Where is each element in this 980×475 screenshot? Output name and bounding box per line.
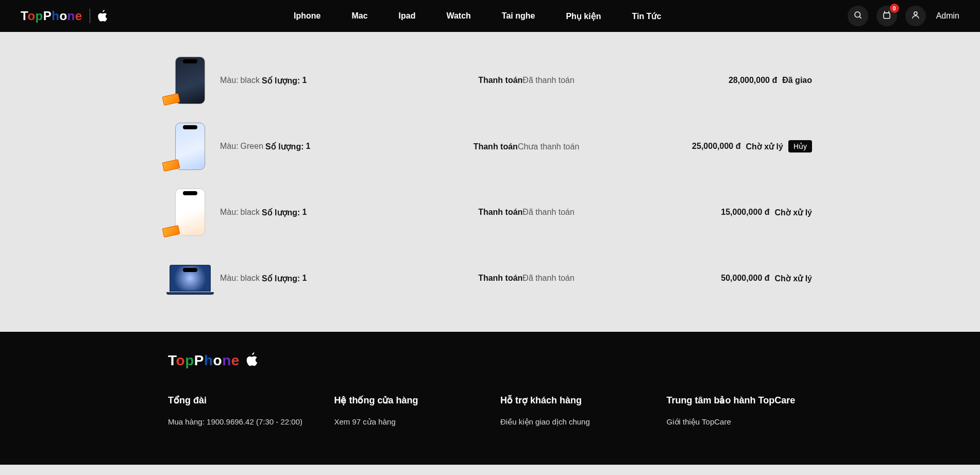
- order-payment: Thanh toánĐã thanh toán: [383, 76, 670, 85]
- order-thumb[interactable]: [168, 186, 212, 238]
- search-button[interactable]: [848, 6, 868, 26]
- footer-columns: Tổng đàiMua hàng: 1900.9696.42 (7:30 - 2…: [168, 395, 812, 434]
- footer-col: Trung tâm bảo hành TopCareGiới thiệu Top…: [667, 395, 813, 434]
- nav-item-tintuc[interactable]: Tin Tức: [632, 11, 661, 21]
- order-right: 25,000,000 đ Chờ xử lýHủy: [678, 140, 812, 152]
- order-price: 15,000,000 đ: [721, 208, 769, 217]
- qty-label: Số lượng:: [265, 142, 303, 151]
- footer-link[interactable]: Điều kiện giao dịch chung: [500, 417, 646, 427]
- payment-label: Thanh toán: [478, 76, 522, 84]
- cancel-button[interactable]: Hủy: [788, 140, 812, 152]
- footer-col-title: Hỗ trợ khách hàng: [500, 395, 646, 406]
- color-value: black: [241, 76, 260, 85]
- refund-tag-icon: [162, 93, 180, 106]
- nav-item-mac[interactable]: Mac: [351, 11, 367, 21]
- order-status: Chờ xử lý: [746, 142, 783, 151]
- payment-label: Thanh toán: [474, 142, 518, 151]
- order-payment: Thanh toánĐã thanh toán: [383, 208, 670, 217]
- account-button[interactable]: [905, 6, 926, 26]
- qty-label: Số lượng:: [262, 274, 300, 283]
- payment-label: Thanh toán: [478, 208, 522, 216]
- footer-col-title: Hệ thống cửa hàng: [334, 395, 480, 406]
- payment-status: Đã thanh toán: [522, 76, 575, 84]
- order-list: Màu: black Số lượng: 1Thanh toánĐã thanh…: [168, 32, 812, 332]
- order-price: 28,000,000 đ: [729, 76, 777, 85]
- order-info: Màu: black Số lượng: 1: [220, 274, 375, 283]
- apple-icon: [246, 352, 258, 369]
- user-icon: [911, 10, 920, 22]
- footer-col-title: Tổng đài: [168, 395, 314, 406]
- refund-tag-icon: [162, 225, 180, 237]
- payment-status: Đã thanh toán: [522, 208, 575, 216]
- qty-value: 1: [302, 208, 307, 217]
- order-row: Màu: Green Số lượng: 1Thanh toánChưa tha…: [168, 113, 812, 179]
- color-label: Màu:: [220, 274, 239, 283]
- user-label[interactable]: Admin: [936, 11, 959, 21]
- order-right: 28,000,000 đ Đã giao: [678, 76, 812, 85]
- footer-link[interactable]: Xem 97 cửa hàng: [334, 417, 480, 427]
- order-right: 50,000,000 đ Chờ xử lý: [678, 274, 812, 283]
- footer-col: Hỗ trợ khách hàngĐiều kiện giao dịch chu…: [500, 395, 646, 434]
- color-label: Màu:: [220, 76, 239, 85]
- brand-logo[interactable]: TopPhone: [21, 9, 108, 23]
- footer: TopPhone Tổng đàiMua hàng: 1900.9696.42 …: [0, 332, 980, 465]
- order-price: 50,000,000 đ: [721, 274, 769, 283]
- footer-logo[interactable]: TopPhone: [168, 352, 812, 369]
- nav-item-iphone[interactable]: Iphone: [294, 11, 320, 21]
- qty-value: 1: [306, 142, 310, 151]
- svg-rect-2: [884, 13, 890, 19]
- logo-separator: [90, 9, 90, 23]
- payment-status: Chưa thanh toán: [518, 142, 579, 151]
- order-status: Chờ xử lý: [775, 274, 812, 283]
- header: TopPhone Iphone Mac Ipad Watch Tai nghe …: [0, 0, 980, 32]
- order-info: Màu: black Số lượng: 1: [220, 208, 375, 217]
- order-payment: Thanh toánChưa thanh toán: [383, 142, 670, 151]
- order-right: 15,000,000 đ Chờ xử lý: [678, 208, 812, 217]
- order-info: Màu: black Số lượng: 1: [220, 76, 375, 86]
- payment-status: Đã thanh toán: [522, 274, 575, 282]
- nav-item-watch[interactable]: Watch: [446, 11, 470, 21]
- footer-link[interactable]: Giới thiệu TopCare: [667, 417, 813, 427]
- order-thumb[interactable]: [168, 55, 212, 106]
- footer-col-title: Trung tâm bảo hành TopCare: [667, 395, 813, 406]
- footer-col: Hệ thống cửa hàngXem 97 cửa hàng: [334, 395, 480, 434]
- svg-point-3: [914, 12, 917, 15]
- color-label: Màu:: [220, 142, 239, 151]
- cart-button[interactable]: 0: [876, 6, 897, 26]
- color-value: Green: [241, 142, 263, 151]
- footer-brand-text: TopPhone: [168, 352, 240, 369]
- qty-label: Số lượng:: [262, 76, 300, 86]
- svg-point-0: [855, 12, 860, 18]
- order-row: Màu: black Số lượng: 1Thanh toánĐã thanh…: [168, 179, 812, 245]
- order-price: 25,000,000 đ: [692, 142, 740, 151]
- search-icon: [853, 10, 863, 22]
- svg-line-1: [859, 16, 861, 18]
- payment-label: Thanh toán: [478, 274, 522, 282]
- nav-item-ipad[interactable]: Ipad: [399, 11, 416, 21]
- nav-item-phukien[interactable]: Phụ kiện: [566, 11, 601, 21]
- order-payment: Thanh toánĐã thanh toán: [383, 274, 670, 283]
- color-value: black: [241, 208, 260, 217]
- footer-col: Tổng đàiMua hàng: 1900.9696.42 (7:30 - 2…: [168, 395, 314, 434]
- order-thumb[interactable]: [168, 252, 212, 304]
- order-status: Chờ xử lý: [775, 208, 812, 217]
- order-thumb[interactable]: [168, 121, 212, 172]
- order-info: Màu: Green Số lượng: 1: [220, 142, 375, 151]
- bag-icon: [882, 10, 891, 22]
- main-nav: Iphone Mac Ipad Watch Tai nghe Phụ kiện …: [108, 11, 848, 21]
- order-status: Đã giao: [782, 76, 812, 85]
- footer-link[interactable]: Mua hàng: 1900.9696.42 (7:30 - 22:00): [168, 417, 314, 426]
- header-actions: 0 Admin: [848, 6, 959, 26]
- brand-text: TopPhone: [21, 9, 82, 23]
- qty-value: 1: [302, 76, 307, 85]
- cart-badge: 0: [890, 4, 899, 13]
- color-label: Màu:: [220, 208, 239, 217]
- qty-label: Số lượng:: [262, 208, 300, 217]
- nav-item-tainghe[interactable]: Tai nghe: [502, 11, 535, 21]
- refund-tag-icon: [162, 159, 180, 172]
- qty-value: 1: [302, 274, 307, 283]
- order-row: Màu: black Số lượng: 1Thanh toánĐã thanh…: [168, 245, 812, 311]
- order-row: Màu: black Số lượng: 1Thanh toánĐã thanh…: [168, 47, 812, 113]
- apple-icon: [97, 10, 108, 22]
- color-value: black: [241, 274, 260, 283]
